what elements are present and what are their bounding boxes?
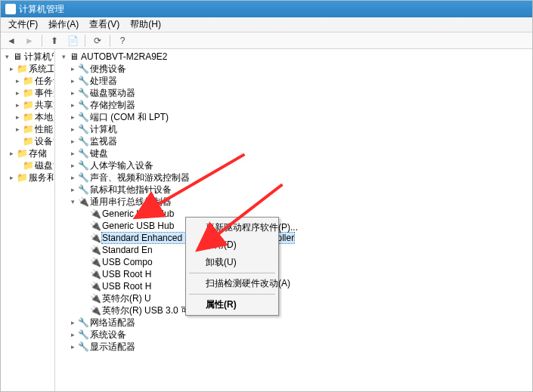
expand-icon[interactable]: ▸ (14, 113, 21, 121)
expand-icon[interactable]: ▸ (69, 174, 76, 181)
usb-device-label: Standard En (102, 245, 153, 255)
help-button[interactable]: ? (115, 34, 130, 48)
expand-icon[interactable]: ▾ (3, 53, 11, 60)
folder-icon: 📁 (17, 148, 27, 159)
device-category-label: 鼠标和其他指针设备 (90, 184, 172, 196)
left-tree-item[interactable]: ▸📁性能 (2, 123, 54, 135)
device-category[interactable]: ▸🔧存储控制器 (58, 99, 529, 111)
device-category[interactable]: ▸🔧鼠标和其他指针设备 (58, 184, 529, 196)
expand-icon[interactable]: ▸ (14, 101, 21, 109)
expand-icon[interactable]: ▸ (69, 162, 76, 169)
left-tree-item[interactable]: ▸📁共享文件夹 (2, 99, 54, 111)
expand-icon[interactable]: ▸ (69, 89, 76, 97)
menu-view[interactable]: 查看(V) (85, 17, 124, 32)
device-category[interactable]: ▸🔧计算机 (58, 123, 529, 135)
ctx-uninstall[interactable]: 卸载(U) (187, 254, 277, 271)
usb-device-icon: 🔌 (90, 257, 101, 267)
expand-icon[interactable]: ▸ (69, 113, 76, 121)
display-icon: 🔧 (78, 341, 88, 352)
device-category[interactable]: ▸🔧网络适配器 (58, 316, 529, 329)
left-tree-item[interactable]: ▸📁设备管理器 (2, 135, 54, 147)
expand-icon[interactable]: ▸ (69, 186, 76, 193)
usb-device-item[interactable]: ▸🔌USB Root H (58, 280, 529, 292)
device-category[interactable]: ▸🔧显示适配器 (58, 341, 529, 353)
expand-icon[interactable]: ▾ (60, 53, 67, 60)
expand-icon[interactable]: ▸ (69, 150, 76, 157)
device-category[interactable]: ▸🔧系统设备 (58, 329, 529, 341)
device-category[interactable]: ▸🔧便携设备 (58, 63, 529, 75)
folder-icon: 📁 (17, 63, 27, 74)
expand-icon[interactable]: ▸ (8, 150, 15, 157)
device-category-label: 磁盘驱动器 (90, 87, 135, 100)
left-tree-root-label: 计算机管理(本机 (24, 51, 54, 63)
usb-device-item[interactable]: ▸🔌英特尔(R) U (58, 292, 529, 304)
device-category[interactable]: ▸🔧处理器 (58, 75, 529, 87)
folder-icon: 📁 (23, 88, 33, 98)
device-category[interactable]: ▸🔧声音、视频和游戏控制器 (58, 171, 529, 184)
expand-icon[interactable]: ▸ (69, 77, 76, 85)
up-button[interactable]: ⬆ (47, 34, 62, 48)
expand-icon[interactable]: ▸ (14, 77, 21, 85)
refresh-button[interactable]: ⟳ (90, 34, 105, 48)
device-category[interactable]: ▸🔧监视器 (58, 135, 529, 147)
computer-icon: 🖥 (69, 51, 79, 62)
expand-icon[interactable]: ▾ (69, 198, 76, 205)
menubar: 文件(F) 操作(A) 查看(V) 帮助(H) (1, 17, 532, 32)
titlebar: 计算机管理 (1, 1, 532, 17)
expand-icon[interactable]: ▸ (8, 65, 15, 73)
menu-action[interactable]: 操作(A) (44, 17, 83, 32)
expand-icon[interactable]: ▸ (69, 331, 76, 338)
ctx-update-driver[interactable]: 更新驱动程序软件(P)... (187, 219, 277, 236)
context-menu: 更新驱动程序软件(P)... 禁用(D) 卸载(U) 扫描检测硬件改动(A) 属… (185, 217, 279, 316)
left-nav-pane: ▾ 🖥 计算机管理(本机 ▸📁系统工具▸📁任务计划程▸📁事件查看器▸📁共享文件夹… (1, 49, 55, 391)
expand-icon[interactable]: ▸ (69, 319, 76, 326)
forward-button[interactable]: ► (22, 34, 37, 48)
network-icon: 🔧 (78, 317, 88, 328)
left-tree-item[interactable]: ▸📁系统工具 (2, 63, 54, 75)
device-category-usb[interactable]: ▾ 🔌 通用串行总线控制器 (58, 196, 529, 208)
usb-device-item[interactable]: ▸🔌USB Root H (58, 268, 529, 280)
left-tree-item[interactable]: ▸📁服务和应用程 (2, 171, 54, 184)
properties-button[interactable]: 📄 (65, 34, 80, 48)
usb-device-item[interactable]: ▸🔌USB Compo (58, 256, 529, 268)
device-tree-root[interactable]: ▾ 🖥 AUTOBVT-M2RA9E2 (58, 51, 529, 63)
expand-icon[interactable]: ▸ (14, 89, 21, 97)
expand-icon[interactable]: ▸ (69, 101, 76, 109)
ctx-scan-hardware[interactable]: 扫描检测硬件改动(A) (187, 275, 277, 292)
menu-file[interactable]: 文件(F) (4, 17, 42, 32)
ctx-disable[interactable]: 禁用(D) (187, 236, 277, 254)
left-tree-item[interactable]: ▸📁任务计划程 (2, 75, 54, 87)
usb-device-item[interactable]: ▸🔌英特尔(R) USB 3.0 可扩展主机控制器 (58, 304, 529, 316)
folder-icon: 📁 (23, 112, 33, 122)
expand-icon[interactable]: ▸ (14, 125, 21, 133)
left-tree-label: 设备管理器 (35, 135, 54, 148)
device-category[interactable]: ▸🔧键盘 (58, 147, 529, 159)
expand-icon[interactable]: ▸ (69, 343, 76, 350)
left-tree-item[interactable]: ▸📁磁盘管理 (2, 159, 54, 171)
mmc-icon: 🖥 (12, 51, 23, 62)
ctx-properties[interactable]: 属性(R) (187, 296, 277, 313)
hid-icon: 🔧 (78, 160, 88, 171)
usb-device-item[interactable]: ▸🔌Standard Enoller (58, 244, 529, 256)
expand-icon[interactable]: ▸ (69, 125, 76, 133)
left-tree-item[interactable]: ▸📁本地用户和 (2, 111, 54, 123)
expand-icon[interactable]: ▸ (69, 65, 76, 73)
usb-icon: 🔌 (78, 196, 88, 207)
toolbar-separator (85, 35, 85, 47)
back-button[interactable]: ◄ (4, 34, 19, 48)
usb-device-item[interactable]: ▸🔌Generic USB Hub (58, 208, 529, 220)
expand-icon[interactable]: ▸ (8, 174, 15, 181)
ctx-separator (189, 273, 275, 273)
left-tree-item[interactable]: ▸📁事件查看器 (2, 87, 54, 99)
usb-device-icon: 🔌 (90, 305, 101, 316)
left-tree-root[interactable]: ▾ 🖥 计算机管理(本机 (2, 51, 54, 63)
device-category[interactable]: ▸🔧端口 (COM 和 LPT) (58, 111, 529, 123)
device-category[interactable]: ▸🔧磁盘驱动器 (58, 87, 529, 99)
usb-device-icon: 🔌 (90, 221, 101, 231)
usb-device-icon: 🔌 (90, 293, 101, 304)
left-tree-item[interactable]: ▸📁存储 (2, 147, 54, 159)
expand-icon[interactable]: ▸ (69, 137, 76, 145)
menu-help[interactable]: 帮助(H) (126, 17, 166, 32)
left-tree-label: 系统工具 (29, 63, 54, 76)
device-category[interactable]: ▸🔧人体学输入设备 (58, 159, 529, 171)
